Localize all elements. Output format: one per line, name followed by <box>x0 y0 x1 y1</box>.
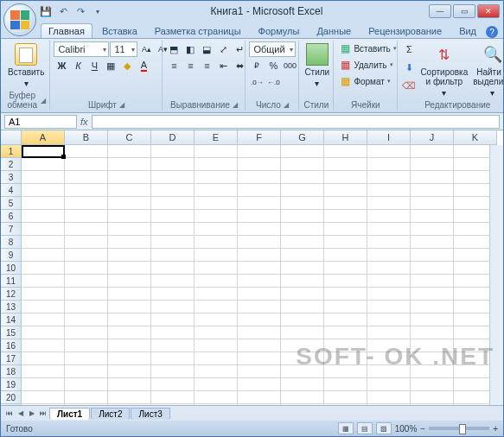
decrease-decimal-icon[interactable]: ←.0 <box>265 74 281 90</box>
align-center-icon[interactable]: ≡ <box>182 58 198 73</box>
name-box[interactable]: A1 <box>4 115 77 129</box>
orientation-icon[interactable]: ⤢ <box>215 41 231 57</box>
redo-icon[interactable]: ↷ <box>73 4 87 18</box>
percent-icon[interactable]: % <box>265 58 281 73</box>
zoom-in-icon[interactable]: + <box>493 424 498 434</box>
row-header[interactable]: 9 <box>1 249 22 262</box>
vertical-scrollbar[interactable] <box>489 145 503 405</box>
normal-view-icon[interactable]: ▦ <box>338 422 354 434</box>
save-icon[interactable]: 💾 <box>39 4 53 18</box>
row-header[interactable]: 10 <box>1 262 22 275</box>
align-left-icon[interactable]: ≡ <box>166 58 182 73</box>
row-header[interactable]: 4 <box>1 184 22 197</box>
row-header[interactable]: 18 <box>1 365 22 378</box>
column-header[interactable]: B <box>65 130 108 145</box>
sheet-nav-last-icon[interactable]: ⏭ <box>38 408 48 420</box>
border-icon[interactable]: ▦ <box>103 58 118 73</box>
fill-icon[interactable]: ⬇ <box>401 60 417 75</box>
fx-icon[interactable]: fx <box>80 117 88 127</box>
bold-button[interactable]: Ж <box>54 58 69 73</box>
page-break-view-icon[interactable]: ▧ <box>376 422 392 434</box>
column-header[interactable]: C <box>108 130 151 145</box>
row-header[interactable]: 3 <box>1 171 22 184</box>
row-header[interactable]: 6 <box>1 210 22 223</box>
tab-insert[interactable]: Вставка <box>94 23 145 38</box>
sheet-tab-2[interactable]: Лист2 <box>91 408 130 420</box>
format-cells-button[interactable]: ▦Формат▾ <box>337 74 398 88</box>
column-header[interactable]: K <box>454 130 497 145</box>
fill-color-icon[interactable]: ◆ <box>119 58 135 73</box>
autosum-icon[interactable]: Σ <box>401 41 417 57</box>
font-color-icon[interactable]: A <box>136 58 151 73</box>
tab-home[interactable]: Главная <box>41 23 93 38</box>
alignment-launcher-icon[interactable]: ◢ <box>233 101 238 109</box>
tab-view[interactable]: Вид <box>451 23 484 38</box>
comma-icon[interactable]: 000 <box>282 58 297 73</box>
align-bottom-icon[interactable]: ⬓ <box>199 41 214 57</box>
qat-customize-icon[interactable]: ▾ <box>91 4 105 18</box>
align-middle-icon[interactable]: ◧ <box>182 41 198 57</box>
column-header[interactable]: J <box>411 130 454 145</box>
row-header[interactable]: 14 <box>1 314 22 326</box>
sheet-nav-prev-icon[interactable]: ◀ <box>16 408 26 420</box>
column-header[interactable]: E <box>195 130 238 145</box>
column-header[interactable]: H <box>324 130 367 145</box>
zoom-slider[interactable] <box>429 427 489 430</box>
row-header[interactable]: 11 <box>1 275 22 288</box>
find-select-button[interactable]: 🔍 Найти и выделить▾ <box>471 41 504 99</box>
maximize-button[interactable]: ▭ <box>453 4 475 18</box>
row-header[interactable]: 12 <box>1 288 22 301</box>
row-header[interactable]: 13 <box>1 301 22 314</box>
sheet-nav-next-icon[interactable]: ▶ <box>27 408 37 420</box>
clipboard-launcher-icon[interactable]: ◢ <box>41 97 46 104</box>
delete-cells-button[interactable]: ▦Удалить▾ <box>337 58 398 72</box>
column-header[interactable]: I <box>367 130 411 145</box>
cells-area[interactable] <box>22 145 503 405</box>
currency-icon[interactable]: ₽ <box>249 58 265 73</box>
tab-data[interactable]: Данные <box>309 23 359 38</box>
insert-cells-button[interactable]: ▦Вставить▾ <box>337 41 398 55</box>
align-top-icon[interactable]: ⬒ <box>166 41 182 57</box>
office-button[interactable] <box>3 3 36 36</box>
sort-filter-button[interactable]: ⇅ Сортировка и фильтр▾ <box>418 41 469 99</box>
column-header[interactable]: A <box>22 130 65 145</box>
row-header[interactable]: 2 <box>1 158 22 171</box>
italic-button[interactable]: К <box>70 58 86 73</box>
number-launcher-icon[interactable]: ◢ <box>284 101 289 109</box>
decrease-indent-icon[interactable]: ⇤ <box>215 58 231 73</box>
clear-icon[interactable]: ⌫ <box>401 78 417 93</box>
increase-decimal-icon[interactable]: .0→ <box>249 74 265 90</box>
sheet-nav-first-icon[interactable]: ⏮ <box>4 408 15 420</box>
help-icon[interactable]: ? <box>486 26 498 38</box>
row-header[interactable]: 8 <box>1 236 22 249</box>
tab-formulas[interactable]: Формулы <box>251 23 308 38</box>
underline-button[interactable]: Ч <box>86 58 102 73</box>
styles-button[interactable]: Стили▾ <box>303 41 331 90</box>
select-all-corner[interactable] <box>1 130 22 145</box>
row-header[interactable]: 16 <box>1 339 22 352</box>
zoom-out-icon[interactable]: − <box>420 424 425 434</box>
row-header[interactable]: 5 <box>1 197 22 210</box>
undo-icon[interactable]: ↶ <box>56 4 70 18</box>
tab-page-layout[interactable]: Разметка страницы <box>147 23 249 38</box>
paste-button[interactable]: Вставить ▾ <box>6 41 46 90</box>
font-size-combo[interactable]: 11 <box>110 41 137 57</box>
row-header[interactable]: 7 <box>1 223 22 236</box>
row-header[interactable]: 17 <box>1 352 22 365</box>
row-header[interactable]: 19 <box>1 378 22 391</box>
tab-review[interactable]: Рецензирование <box>360 23 450 38</box>
page-layout-view-icon[interactable]: ▤ <box>357 422 373 434</box>
column-header[interactable]: G <box>281 130 324 145</box>
row-header[interactable]: 21 <box>1 404 22 405</box>
column-header[interactable]: F <box>238 130 281 145</box>
sheet-tab-1[interactable]: Лист1 <box>49 408 90 420</box>
column-header[interactable]: D <box>151 130 195 145</box>
row-header[interactable]: 1 <box>1 145 22 158</box>
font-name-combo[interactable]: Calibri <box>54 41 109 57</box>
row-header[interactable]: 15 <box>1 326 22 339</box>
font-launcher-icon[interactable]: ◢ <box>119 101 124 109</box>
sheet-tab-3[interactable]: Лист3 <box>131 408 169 420</box>
number-format-combo[interactable]: Общий <box>249 41 296 57</box>
minimize-button[interactable]: — <box>429 4 451 18</box>
grow-font-icon[interactable]: A▴ <box>138 41 154 57</box>
